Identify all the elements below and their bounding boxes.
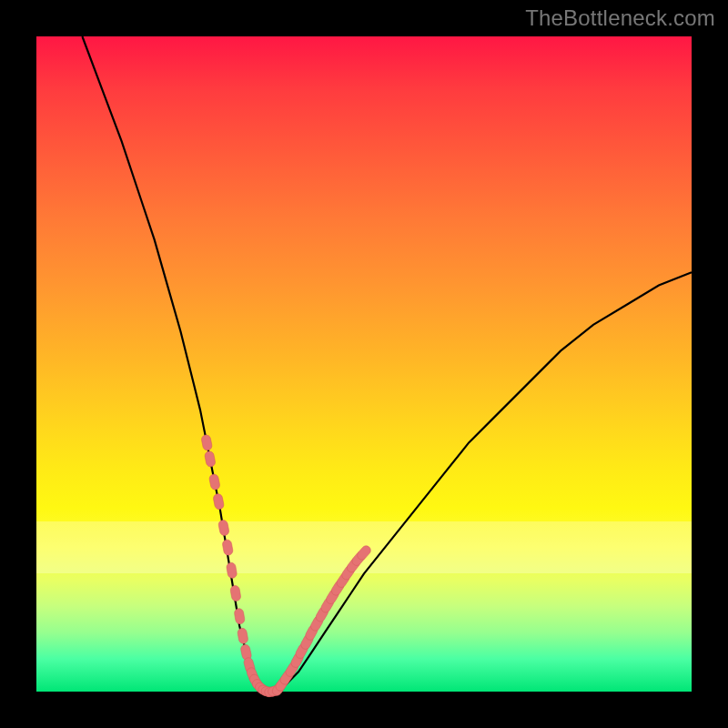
curve-marker: [213, 493, 225, 511]
curve-marker: [226, 562, 238, 579]
chart-frame: TheBottleneck.com: [0, 0, 728, 728]
curve-marker: [230, 585, 242, 602]
curve-marker: [222, 539, 234, 556]
watermark-text: TheBottleneck.com: [525, 5, 715, 31]
plot-area: [36, 36, 692, 692]
bottleneck-curve: [82, 36, 692, 692]
curve-marker: [234, 608, 246, 624]
curve-marker: [217, 520, 229, 537]
marker-cluster-right: [270, 544, 372, 697]
curve-marker: [208, 473, 220, 490]
curve-marker: [204, 450, 216, 468]
curve-marker: [237, 628, 248, 645]
curve-marker: [201, 434, 213, 451]
curve-svg: [36, 36, 692, 692]
